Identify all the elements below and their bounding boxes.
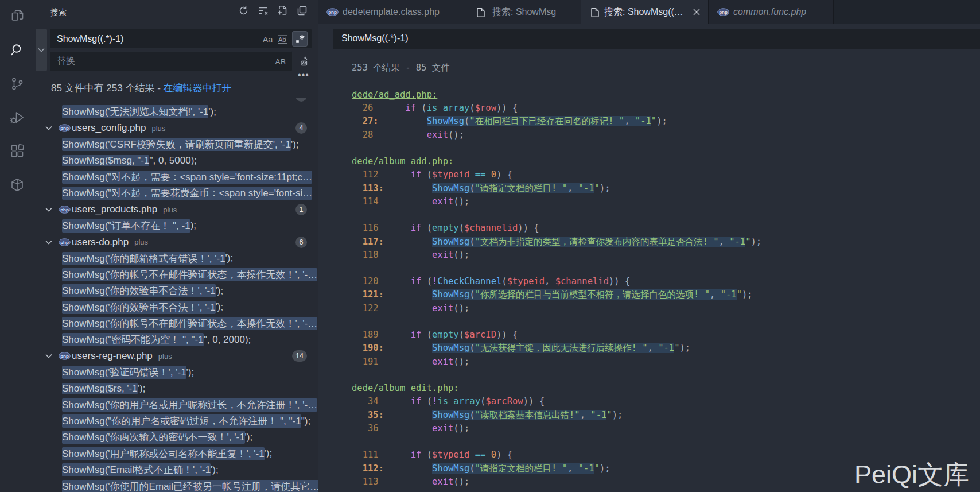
file-result-row-partial[interactable]: 0: [34, 98, 318, 104]
clear-icon: [258, 5, 269, 18]
result-code-line: 117: ShowMsg("文档为非指定的类型，请检查你发布内容的表单是否合法!…: [352, 235, 761, 249]
svg-text:php: php: [60, 207, 69, 212]
search-match-row[interactable]: ShowMsg("你的用户名或密码过短，不允许注册！ ", "-1");: [34, 413, 318, 429]
view-as-tree-button[interactable]: [295, 5, 308, 18]
result-code-line: 112: ShowMsg("请指定文档的栏目! ", "-1");: [352, 462, 610, 475]
search-match-row[interactable]: ShowMsg('验证码错误！', '-1');: [34, 364, 318, 380]
match-highlight: ShowMsg('你的邮箱格式有错误！', '-1: [62, 252, 225, 265]
search-match-row[interactable]: ShowMsg('你的效验串不合法！', '-1');: [34, 299, 318, 315]
new-search-editor-icon: [277, 5, 288, 18]
search-match-row[interactable]: ShowMsg('你两次输入的密码不一致！', '-1');: [34, 429, 318, 445]
regex-icon[interactable]: [292, 31, 308, 47]
activity-bar-item-source-control[interactable]: [0, 70, 34, 98]
clear-search-results-button[interactable]: [256, 5, 269, 18]
search-match-row[interactable]: ShowMsg('Email格式不正确！', '-1');: [34, 462, 318, 478]
search-match-row[interactable]: ShowMsg("对不起，需要花费金币：<span style='font-si…: [34, 185, 318, 202]
close-icon[interactable]: [693, 8, 701, 16]
search-editor-query-text: ShowMsg((.*)-1): [341, 29, 408, 49]
match-rest: ');: [138, 383, 146, 394]
search-match-row[interactable]: ShowMsg("对不起，需要：<span style='font-size:1…: [34, 169, 318, 185]
file-path-link[interactable]: dede/album_add.php:: [352, 155, 453, 168]
file-name: users-reg-new.php: [72, 348, 153, 364]
svg-text:php: php: [328, 10, 337, 15]
match-highlight: ShowMsg('无法浏览未知文档!', '-1: [62, 105, 208, 118]
sidebar-title: 搜索: [50, 0, 67, 24]
activity-bar-item-extensions[interactable]: [0, 137, 34, 165]
result-code-line: 191 exit();: [352, 355, 469, 369]
search-match-row[interactable]: ShowMsg($rs, '-1');: [34, 381, 318, 397]
search-match-row[interactable]: ShowMsg("密码不能为空！ ", "-1", 0, 2000);: [34, 332, 318, 348]
result-code-line: 122 exit();: [352, 302, 469, 315]
search-results-summary: 85 文件中有 253 个结果 - 在编辑器中打开: [51, 82, 232, 94]
editor-tab[interactable]: phpcommon.func.php: [709, 0, 834, 24]
match-highlight: ShowMsg('你的帐号不在邮件验证状态，本操作无效！', '-…: [62, 317, 317, 330]
replace-input[interactable]: 替换 AB: [49, 51, 293, 71]
svg-text:php: php: [60, 126, 69, 131]
file-result-row[interactable]: phpusers-reg-new.phpplus14: [34, 348, 318, 364]
file-result-row[interactable]: phpusers_products.phpplus1: [34, 202, 318, 218]
preserve-case-icon[interactable]: AB: [274, 56, 287, 68]
search-match-row[interactable]: ShowMsg("订单不存在！ ", -1);: [34, 218, 318, 234]
indent-guide: [352, 102, 352, 142]
match-rest: ');: [216, 285, 224, 297]
result-code-line: 121: ShowMsg("你所选择的栏目与当前模型不相符，请选择白色的选项! …: [352, 288, 753, 301]
php-icon: php: [59, 348, 71, 364]
match-highlight: ShowMsg('CSRF校验失败，请刷新页面重新提交', '-1: [62, 138, 291, 151]
search-match-row[interactable]: ShowMsg('你的效验串不合法！', '-1');: [34, 283, 318, 299]
search-sidebar: 搜索 ShowMsg((.*)-1) Aa Ab 替换 AB ••• 85 文件…: [34, 0, 318, 492]
source-control-icon: [10, 76, 25, 91]
editor-tab[interactable]: 搜索: ShowMsg: [468, 0, 581, 24]
search-input[interactable]: ShowMsg((.*)-1) Aa Ab: [49, 29, 312, 49]
file-result-row[interactable]: phpusers_config.phpplus4: [34, 120, 318, 136]
search-match-row[interactable]: ShowMsg('你的用户名或用户昵称过长，不允许注册！', '-…: [34, 397, 318, 413]
match-rest: ');: [245, 432, 253, 443]
match-rest: ');: [208, 106, 216, 118]
open-in-editor-link[interactable]: 在编辑器中打开: [164, 83, 232, 94]
search-match-row[interactable]: ShowMsg('用户昵称或公司名称不能重复！', '-1');: [34, 445, 318, 462]
replace-placeholder: 替换: [57, 52, 75, 71]
whole-word-icon[interactable]: Ab: [276, 33, 289, 45]
toggle-replace-button[interactable]: [36, 29, 47, 71]
activity-bar-item-explorer[interactable]: [0, 2, 34, 30]
search-match-row[interactable]: ShowMsg('无法浏览未知文档!', '-1');: [34, 104, 318, 120]
match-count-badge: 1: [295, 204, 307, 215]
activity-bar-item-run-and-debug[interactable]: [0, 104, 34, 131]
indent-guide: [352, 395, 352, 492]
match-highlight: ShowMsg($msg, "-1: [62, 155, 149, 166]
search-icon: [10, 42, 25, 58]
search-editor-content: 253 个结果 - 85 文件dede/ad_add.php: 26 if (i…: [318, 61, 980, 492]
search-match-row[interactable]: ShowMsg('你的帐号不在邮件验证状态，本操作无效！', '-…: [34, 266, 318, 282]
file-path-link[interactable]: dede/album_edit.php:: [352, 382, 459, 395]
open-new-search-editor-button[interactable]: [276, 5, 289, 18]
file-result-row[interactable]: phpusers-do.phpplus6: [34, 234, 318, 250]
activity-bar-item-search[interactable]: [0, 36, 34, 64]
search-match-row[interactable]: ShowMsg('你使用的Email已经被另一帐号注册，请使其它…: [34, 478, 318, 492]
match-rest: ');: [216, 301, 224, 313]
match-highlight: ShowMsg('Email格式不正确！', '-1: [62, 463, 211, 476]
sidebar-header: 搜索: [34, 0, 318, 24]
toggle-search-details-button[interactable]: •••: [297, 72, 310, 82]
search-match-row[interactable]: ShowMsg('你的邮箱格式有错误！', '-1');: [34, 250, 318, 266]
extensions-icon: [10, 144, 25, 158]
search-editor-query-input[interactable]: ShowMsg((.*)-1): [333, 29, 980, 49]
search-match-row[interactable]: ShowMsg('你的帐号不在邮件验证状态，本操作无效！', '-…: [34, 315, 318, 331]
php-icon: php: [717, 0, 729, 24]
editor-tab[interactable]: phpdedetemplate.class.php: [318, 0, 468, 24]
result-code-line: 118 exit();: [352, 249, 469, 262]
activity-bar-item-package-explorer[interactable]: [0, 171, 34, 199]
run-debug-icon: [10, 110, 25, 126]
search-match-row[interactable]: ShowMsg('CSRF校验失败，请刷新页面重新提交', '-1');: [34, 137, 318, 153]
refresh-button[interactable]: [237, 5, 250, 18]
result-code-line: 113: ShowMsg("请指定文档的栏目! ", "-1");: [352, 182, 610, 195]
match-case-icon[interactable]: Aa: [262, 33, 274, 45]
result-code-line: 111 if ($typeid == 0) {: [352, 448, 512, 462]
editor-tab[interactable]: 搜索: ShowMsg((…: [581, 0, 709, 24]
match-highlight: ShowMsg('你的效验串不合法！', '-1: [62, 301, 216, 314]
search-match-row[interactable]: ShowMsg($msg, "-1", 0, 5000);: [34, 153, 318, 169]
file-path-link[interactable]: dede/ad_add.php:: [352, 88, 437, 102]
result-code-line: 36 exit();: [352, 422, 469, 435]
file-folder: plus: [134, 234, 148, 250]
indent-guide: [352, 168, 352, 369]
replace-all-icon[interactable]: [298, 55, 310, 68]
match-highlight: ShowMsg("订单不存在！ ", -1: [62, 219, 190, 233]
